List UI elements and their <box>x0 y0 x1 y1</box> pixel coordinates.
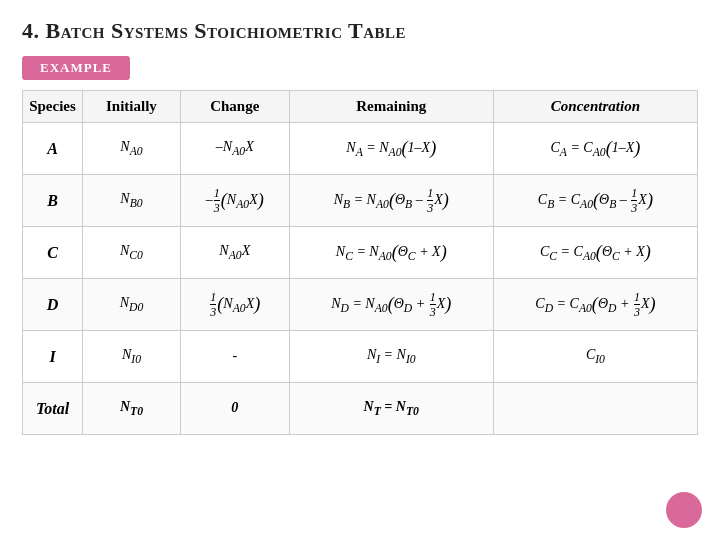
table-row: A NA0 –NA0X NA = NA0(1–X) CA = CA0(1–X) <box>23 123 698 175</box>
title-number: 4. <box>22 18 40 43</box>
cell-total-concentration <box>493 383 697 435</box>
cell-d-concentration: CD = CA0(ΘD + 13X) <box>493 279 697 331</box>
cell-c-change: NA0X <box>180 227 289 279</box>
table-row-total: Total NT0 0 NT = NT0 <box>23 383 698 435</box>
page: 4. Batch Systems Stoichiometric Table EX… <box>0 0 720 540</box>
cell-c-concentration: CC = CA0(ΘC + X) <box>493 227 697 279</box>
cell-a-initially: NA0 <box>83 123 181 175</box>
species-c: C <box>23 227 83 279</box>
col-header-change: Change <box>180 91 289 123</box>
table-row: D ND0 13(NA0X) ND = NA0(ΘD + 13X) CD = C… <box>23 279 698 331</box>
cell-b-concentration: CB = CA0(ΘB – 13X) <box>493 175 697 227</box>
cell-d-initially: ND0 <box>83 279 181 331</box>
col-header-species: Species <box>23 91 83 123</box>
species-b: B <box>23 175 83 227</box>
cell-total-change: 0 <box>180 383 289 435</box>
example-badge: EXAMPLE <box>22 56 130 80</box>
table-row: B NB0 –13(NA0X) NB = NA0(ΘB – 13X) CB = … <box>23 175 698 227</box>
species-i: I <box>23 331 83 383</box>
cell-b-remaining: NB = NA0(ΘB – 13X) <box>289 175 493 227</box>
cell-a-concentration: CA = CA0(1–X) <box>493 123 697 175</box>
cell-c-remaining: NC = NA0(ΘC + X) <box>289 227 493 279</box>
cell-c-initially: NC0 <box>83 227 181 279</box>
cell-d-change: 13(NA0X) <box>180 279 289 331</box>
col-header-initially: Initially <box>83 91 181 123</box>
col-header-remaining: Remaining <box>289 91 493 123</box>
cell-i-concentration: CI0 <box>493 331 697 383</box>
species-d: D <box>23 279 83 331</box>
page-title: 4. Batch Systems Stoichiometric Table <box>22 18 698 44</box>
table-row: C NC0 NA0X NC = NA0(ΘC + X) CC = CA0(ΘC … <box>23 227 698 279</box>
cell-i-initially: NI0 <box>83 331 181 383</box>
cell-a-remaining: NA = NA0(1–X) <box>289 123 493 175</box>
species-total: Total <box>23 383 83 435</box>
cell-b-change: –13(NA0X) <box>180 175 289 227</box>
cell-total-initially: NT0 <box>83 383 181 435</box>
cell-a-change: –NA0X <box>180 123 289 175</box>
cell-d-remaining: ND = NA0(ΘD + 13X) <box>289 279 493 331</box>
cell-i-change: - <box>180 331 289 383</box>
table-row: I NI0 - NI = NI0 CI0 <box>23 331 698 383</box>
cell-b-initially: NB0 <box>83 175 181 227</box>
decoration-circle <box>666 492 702 528</box>
table-header-row: Species Initially Change Remaining Conce… <box>23 91 698 123</box>
stoich-table: Species Initially Change Remaining Conce… <box>22 90 698 435</box>
title-text: Batch Systems Stoichiometric Table <box>46 18 407 43</box>
col-header-concentration: Concentration <box>493 91 697 123</box>
cell-total-remaining: NT = NT0 <box>289 383 493 435</box>
cell-i-remaining: NI = NI0 <box>289 331 493 383</box>
species-a: A <box>23 123 83 175</box>
